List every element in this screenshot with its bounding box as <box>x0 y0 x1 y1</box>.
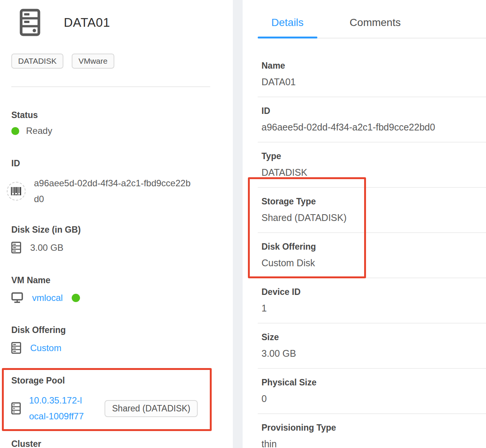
tab-comments[interactable]: Comments <box>336 11 414 38</box>
cluster-section: Cluster <box>11 439 233 448</box>
detail-row-name: Name DATA01 <box>258 52 486 97</box>
vm-monitor-icon <box>11 292 23 303</box>
row-label: Storage Type <box>261 196 486 207</box>
row-label: Name <box>261 60 486 71</box>
cluster-label: Cluster <box>11 439 233 448</box>
row-value: 0 <box>261 393 486 404</box>
volume-icon <box>20 9 40 36</box>
tag-hypervisor: VMware <box>72 54 114 69</box>
disk-offering-section: Disk Offering Custom <box>11 325 233 354</box>
detail-row-physical-size: Physical Size 0 <box>258 369 486 414</box>
detail-row-size: Size 3.00 GB <box>258 324 486 369</box>
volume-id-value: a96aee5d-02dd-4f34-a2c1-fbd9cce22bd0 <box>34 175 191 207</box>
detail-row-provisioning-type: Provisioning Type thin <box>258 414 486 448</box>
storage-pool-label: Storage Pool <box>11 375 233 386</box>
header-divider <box>11 86 210 87</box>
status-section: Status Ready <box>11 110 233 136</box>
vm-status-green-dot-icon <box>72 294 80 302</box>
detail-row-id: ID a96aee5d-02dd-4f34-a2c1-fbd9cce22bd0 <box>258 97 486 143</box>
detail-tabs: Details Comments <box>258 11 486 38</box>
storage-pool-icon <box>11 402 21 414</box>
row-value: 3.00 GB <box>261 348 486 359</box>
storage-pool-link[interactable]: 10.0.35.172-local-1009ff77 <box>29 393 86 424</box>
row-label: Size <box>261 332 486 342</box>
detail-row-storage-type: Storage Type Shared (DATADISK) <box>258 188 486 233</box>
detail-row-device-id: Device ID 1 <box>258 278 486 324</box>
row-value: Custom Disk <box>261 257 486 268</box>
disk-size-value: 3.00 GB <box>30 242 63 253</box>
disk-offering-label: Disk Offering <box>11 325 233 335</box>
resource-header: DATA01 <box>20 9 233 36</box>
id-section: ID <box>11 158 233 207</box>
detail-row-disk-offering: Disk Offering Custom Disk <box>258 233 486 278</box>
row-value: 1 <box>261 302 486 314</box>
disk-icon <box>11 242 21 253</box>
row-value: a96aee5d-02dd-4f34-a2c1-fbd9cce22bd0 <box>261 121 486 133</box>
id-label: ID <box>11 158 233 169</box>
disk-offering-link[interactable]: Custom <box>30 343 62 353</box>
status-label: Status <box>11 110 233 120</box>
tag-datadisk: DATADISK <box>11 54 63 69</box>
row-label: Provisioning Type <box>261 422 486 433</box>
row-value: thin <box>261 438 486 448</box>
detail-row-type: Type DATADISK <box>258 143 486 188</box>
vm-name-link[interactable]: vmlocal <box>32 293 63 303</box>
row-label: Type <box>261 151 486 161</box>
status-value: Ready <box>26 126 52 136</box>
storage-scope-badge: Shared (DATADISK) <box>105 400 198 417</box>
resource-summary-panel: DATA01 DATADISK VMware Status Ready ID <box>0 0 233 448</box>
barcode-icon <box>7 182 26 201</box>
detail-rows: Name DATA01 ID a96aee5d-02dd-4f34-a2c1-f… <box>258 52 486 448</box>
details-panel: Details Comments Name DATA01 ID a96aee5d… <box>243 0 486 448</box>
row-label: Device ID <box>261 287 486 297</box>
row-label: Physical Size <box>261 377 486 388</box>
page-title: DATA01 <box>64 15 110 30</box>
panel-gutter <box>233 0 243 448</box>
disk-size-section: Disk Size (in GB) 3.00 GB <box>11 224 233 253</box>
resource-tags: DATADISK VMware <box>11 54 233 69</box>
row-value: Shared (DATADISK) <box>261 212 486 223</box>
vm-name-label: VM Name <box>11 275 233 285</box>
disk-size-label: Disk Size (in GB) <box>11 224 233 235</box>
disk-offering-icon <box>11 342 21 354</box>
status-green-dot-icon <box>11 127 19 135</box>
row-label: Disk Offering <box>261 241 486 252</box>
tab-details[interactable]: Details <box>258 11 317 38</box>
volume-detail-page: DATA01 DATADISK VMware Status Ready ID <box>0 0 486 448</box>
storage-pool-section: Storage Pool 10.0.35.172-local-1009ff77 … <box>11 375 233 424</box>
row-value: DATA01 <box>261 76 486 87</box>
row-value: DATADISK <box>261 167 486 178</box>
row-label: ID <box>261 106 486 116</box>
vm-name-section: VM Name vmlocal <box>11 275 233 303</box>
